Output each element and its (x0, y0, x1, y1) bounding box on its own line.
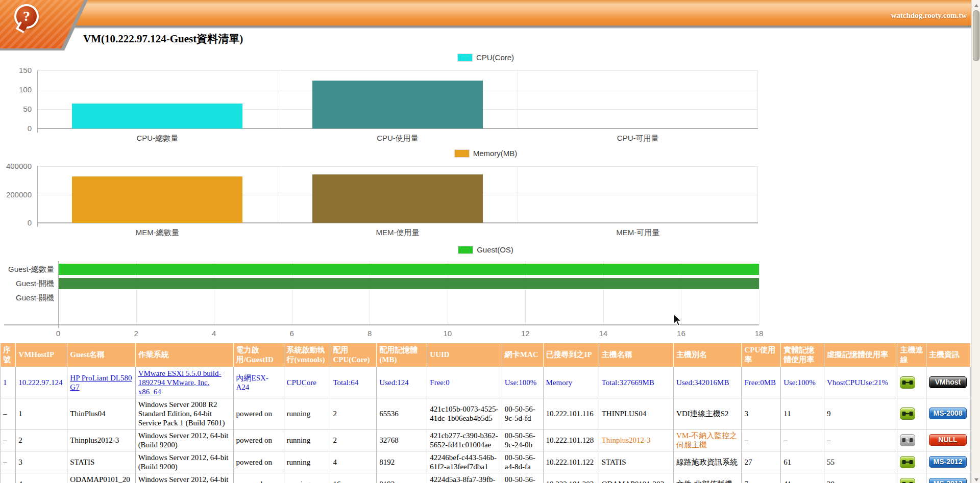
host-info-badge[interactable]: MS-2012 (929, 478, 967, 483)
cell-uuid: 42246bef-c443-546b-61f2-a13feef7dba1 (427, 451, 502, 473)
memory-legend-label: Memory(MB) (473, 149, 518, 158)
host-info-badge[interactable]: MS-2008 (929, 408, 967, 419)
help-icon[interactable]: ? (14, 4, 39, 29)
vertical-scrollbar[interactable] (971, 0, 980, 483)
chart-bar (72, 176, 242, 223)
cell-phys-mem-use: – (781, 429, 824, 451)
cpu-chart-plot-area (37, 70, 758, 129)
cell-cpu-use: 27 (742, 451, 781, 473)
cell-host-alias: 文件-北部佈版機 (674, 473, 742, 483)
x-axis-tick-label: 2 (126, 329, 146, 338)
host-link-icon[interactable] (900, 376, 915, 389)
cell-cpu-use: 3 (742, 398, 781, 429)
column-header-host-info: 主機資訊 (926, 343, 971, 367)
page-title: VM(10.222.97.124-Guest資料清單) (83, 32, 243, 46)
x-axis-tick-label: 0 (48, 329, 68, 338)
cell-host-link (897, 429, 926, 451)
host-link-icon[interactable] (900, 478, 915, 483)
cell-mac: 00-50-56-a4-7f-68 (502, 473, 543, 483)
x-axis-category-label: MEM-使用量 (341, 228, 454, 238)
y-axis-category-label: Guest-總數量 (0, 265, 54, 274)
cell-found-ip: 10.222.101.128 (543, 429, 599, 451)
x-axis-category-label: MEM-可用量 (582, 228, 694, 238)
table-row: –2Thinplus2012-3Windows Server 2012, 64-… (1, 429, 971, 451)
cell-guest-name: ODAMAP0101_203 (67, 473, 135, 483)
y-axis-line (37, 166, 38, 227)
cell-os: Windows Server 2012, 64-bit (Build 9200) (135, 451, 233, 473)
host-info-badge[interactable]: NULL (929, 434, 967, 446)
x-axis-category-label: CPU-總數量 (101, 134, 213, 143)
gridline (759, 261, 760, 325)
cell-os[interactable]: VMware ESXi 5.5.0 build-1892794 VMware, … (135, 367, 233, 398)
ribbon-stripes (0, 0, 84, 48)
chart-bar (312, 81, 483, 129)
cell-uuid: 421cb277-c390-b362-5652-fd41c01004ae (427, 429, 502, 451)
scrollbar-thumb[interactable] (973, 10, 979, 61)
cell-phys-mem-use: 41 (781, 473, 824, 483)
cell-host-info: MS-2008 (926, 398, 971, 429)
host-link-icon[interactable] (900, 408, 915, 420)
column-header-mac: 網卡MAC (502, 343, 543, 367)
x-axis-tick-label: 4 (204, 329, 224, 338)
cell-host-link (897, 398, 926, 429)
x-axis-tick-label: 14 (593, 329, 614, 338)
column-header-host-alias: 主機別名 (674, 343, 742, 367)
gridline (518, 166, 518, 223)
cell-seq: – (1, 451, 16, 473)
table-row: –3STATISWindows Server 2012, 64-bit (Bui… (1, 451, 971, 473)
cell-phys-mem-use: 61 (781, 451, 824, 473)
cell-host-name: Thinplus2012-3 (599, 429, 673, 451)
cell-guest-name: STATIS (67, 451, 135, 473)
cell-cpu-use: – (742, 429, 781, 451)
cell-seq: – (1, 473, 16, 483)
cell-uuid: 4224d5a3-8fa7-39fb-bff5-65329639b94e (427, 473, 502, 483)
x-axis-category-label: CPU-可用量 (582, 134, 694, 143)
column-header-power-guestid: 電力啟用/GuestID (233, 343, 284, 367)
scroll-down-arrow-icon (974, 478, 978, 481)
cell-host-info: MS-2012 (926, 451, 971, 473)
host-link-broken-icon[interactable] (900, 434, 915, 446)
cell-virt-mem-use: 38 (824, 473, 897, 483)
cell-virt-mem-use: VhostCPUUse:21% (824, 367, 897, 398)
cell-power-guestid: 內網ESX-A24 (233, 367, 284, 398)
scroll-down-button[interactable] (972, 474, 980, 483)
cell-power-guestid: powered on (233, 451, 284, 473)
cell-virt-mem-use: 55 (824, 451, 897, 473)
y-axis-tick-label: 50 (0, 105, 32, 113)
gridline (278, 70, 278, 129)
host-link-icon[interactable] (900, 456, 915, 468)
x-axis-tick-label: 12 (515, 329, 535, 338)
cell-cpu-core: Total:64 (330, 367, 377, 398)
gridline (278, 166, 278, 223)
guest-legend-swatch (458, 246, 473, 254)
cell-host-info: VMhost (926, 367, 971, 398)
cell-host-alias: VM-不納入監控之伺服主機 (674, 429, 742, 451)
column-header-vmhostip: VMHostIP (16, 343, 67, 367)
scroll-up-arrow-icon (974, 4, 978, 7)
table-body: 110.222.97.124HP ProLiant DL580 G7VMware… (1, 367, 971, 483)
cell-os: Windows Server 2012, 64-bit (Build 9200) (135, 429, 233, 451)
cell-seq: 1 (1, 367, 16, 398)
x-axis-tick-label: 10 (437, 329, 458, 338)
column-header-os: 作業系統 (135, 343, 233, 367)
cell-guest-name[interactable]: HP ProLiant DL580 G7 (67, 367, 135, 398)
guest-chart-legend: Guest(OS) (0, 245, 971, 254)
cell-host-alias: 線路施政資訊系統 (674, 451, 742, 473)
column-header-seq: 序號 (1, 343, 16, 367)
cell-mem-mb: 8192 (377, 473, 427, 483)
table-row: –1ThinPlus04Windows Server 2008 R2 Stand… (1, 398, 971, 429)
scroll-up-button[interactable] (972, 0, 980, 9)
cell-phys-mem-use: Use:100% (781, 367, 824, 398)
cell-mac: 00-50-56-9c-24-0b (502, 429, 543, 451)
cell-host-name: Total:327669MB (599, 367, 673, 398)
cell-vmtools: running (284, 398, 330, 429)
host-info-badge[interactable]: MS-2012 (929, 456, 967, 468)
column-header-uuid: UUID (427, 343, 502, 367)
gridline (37, 70, 758, 71)
gridline (518, 70, 518, 129)
chart-bar (312, 174, 483, 223)
y-axis-category-label: Guest-關機 (0, 293, 54, 303)
cell-seq: – (1, 429, 16, 451)
host-info-badge[interactable]: VMhost (929, 376, 967, 388)
cell-vmhostip: 3 (16, 451, 67, 473)
